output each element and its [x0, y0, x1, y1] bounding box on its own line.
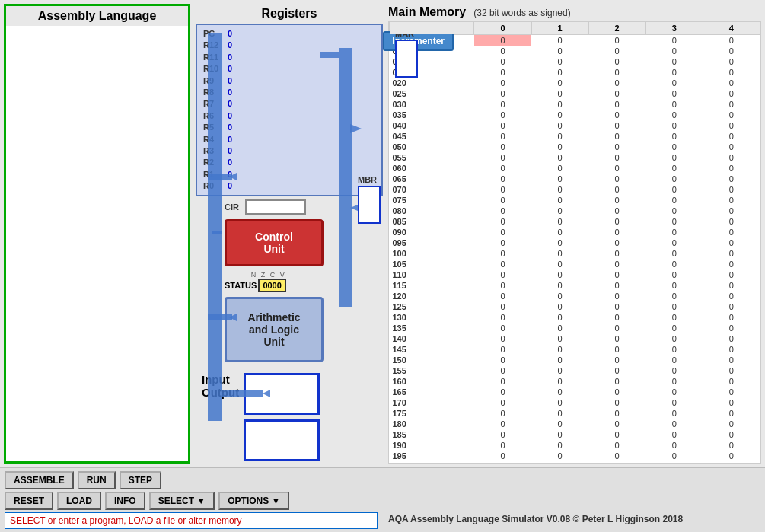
memory-cell-010-2[interactable]: 0 — [588, 56, 645, 67]
register-value-r7[interactable]: 0 — [228, 98, 250, 110]
memory-cell-195-3[interactable]: 0 — [645, 451, 703, 461]
memory-cell-110-4[interactable]: 0 — [703, 269, 760, 280]
memory-cell-055-2[interactable]: 0 — [588, 152, 645, 163]
memory-cell-070-0[interactable]: 0 — [474, 184, 531, 195]
register-value-r11[interactable]: 0 — [228, 52, 250, 63]
memory-cell-045-2[interactable]: 0 — [588, 131, 645, 142]
memory-cell-120-4[interactable]: 0 — [703, 291, 760, 301]
memory-cell-070-1[interactable]: 0 — [531, 184, 588, 195]
memory-cell-030-2[interactable]: 0 — [588, 99, 645, 110]
memory-cell-145-3[interactable]: 0 — [645, 344, 703, 355]
memory-cell-155-0[interactable]: 0 — [474, 365, 531, 376]
memory-cell-145-0[interactable]: 0 — [474, 344, 531, 355]
memory-cell-010-1[interactable]: 0 — [531, 56, 588, 67]
memory-cell-180-1[interactable]: 0 — [531, 419, 588, 429]
memory-cell-000-0[interactable]: 0 — [474, 35, 531, 46]
memory-cell-100-0[interactable]: 0 — [474, 248, 531, 259]
memory-cell-105-1[interactable]: 0 — [531, 259, 588, 269]
memory-cell-000-2[interactable]: 0 — [588, 35, 645, 46]
assemble-button[interactable]: ASSEMBLE — [5, 471, 74, 489]
memory-cell-035-3[interactable]: 0 — [645, 110, 703, 120]
memory-cell-055-4[interactable]: 0 — [703, 152, 760, 163]
memory-cell-070-3[interactable]: 0 — [645, 184, 703, 195]
memory-cell-125-0[interactable]: 0 — [474, 301, 531, 312]
memory-cell-060-3[interactable]: 0 — [645, 163, 703, 174]
memory-cell-010-0[interactable]: 0 — [474, 56, 531, 67]
memory-cell-120-2[interactable]: 0 — [588, 291, 645, 301]
memory-cell-060-0[interactable]: 0 — [474, 163, 531, 174]
memory-cell-185-0[interactable]: 0 — [474, 429, 531, 440]
memory-cell-025-0[interactable]: 0 — [474, 88, 531, 99]
memory-cell-050-2[interactable]: 0 — [588, 142, 645, 152]
memory-cell-005-3[interactable]: 0 — [645, 46, 703, 56]
memory-cell-085-4[interactable]: 0 — [703, 216, 760, 227]
memory-cell-110-2[interactable]: 0 — [588, 269, 645, 280]
memory-cell-165-3[interactable]: 0 — [645, 387, 703, 397]
memory-cell-145-1[interactable]: 0 — [531, 344, 588, 355]
memory-cell-105-3[interactable]: 0 — [645, 259, 703, 269]
memory-cell-165-2[interactable]: 0 — [588, 387, 645, 397]
memory-cell-160-4[interactable]: 0 — [703, 376, 760, 387]
memory-cell-050-1[interactable]: 0 — [531, 142, 588, 152]
memory-cell-115-2[interactable]: 0 — [588, 280, 645, 291]
memory-cell-180-2[interactable]: 0 — [588, 419, 645, 429]
memory-cell-080-4[interactable]: 0 — [703, 205, 760, 216]
memory-cell-170-0[interactable]: 0 — [474, 397, 531, 408]
memory-cell-150-1[interactable]: 0 — [531, 355, 588, 365]
memory-cell-110-3[interactable]: 0 — [645, 269, 703, 280]
register-value-r9[interactable]: 0 — [228, 75, 250, 87]
memory-cell-020-2[interactable]: 0 — [588, 78, 645, 88]
memory-cell-185-3[interactable]: 0 — [645, 429, 703, 440]
memory-cell-045-3[interactable]: 0 — [645, 131, 703, 142]
memory-table-container[interactable]: 0 1 2 3 4 000000000050000001000000015000… — [388, 21, 761, 464]
memory-cell-120-1[interactable]: 0 — [531, 291, 588, 301]
memory-cell-130-0[interactable]: 0 — [474, 312, 531, 323]
memory-cell-040-3[interactable]: 0 — [645, 120, 703, 131]
memory-cell-005-2[interactable]: 0 — [588, 46, 645, 56]
register-value-r10[interactable]: 0 — [228, 63, 250, 75]
memory-cell-120-0[interactable]: 0 — [474, 291, 531, 301]
memory-cell-180-4[interactable]: 0 — [703, 419, 760, 429]
memory-cell-155-3[interactable]: 0 — [645, 365, 703, 376]
memory-cell-085-3[interactable]: 0 — [645, 216, 703, 227]
register-value-r12[interactable]: 0 — [228, 40, 250, 51]
memory-cell-015-0[interactable]: 0 — [474, 67, 531, 78]
memory-cell-105-2[interactable]: 0 — [588, 259, 645, 269]
memory-cell-115-0[interactable]: 0 — [474, 280, 531, 291]
memory-cell-185-2[interactable]: 0 — [588, 429, 645, 440]
memory-cell-095-4[interactable]: 0 — [703, 237, 760, 248]
memory-cell-150-3[interactable]: 0 — [645, 355, 703, 365]
memory-cell-035-0[interactable]: 0 — [474, 110, 531, 120]
assembly-textarea[interactable] — [6, 26, 188, 461]
memory-cell-140-0[interactable]: 0 — [474, 333, 531, 344]
memory-cell-105-0[interactable]: 0 — [474, 259, 531, 269]
memory-cell-075-0[interactable]: 0 — [474, 195, 531, 205]
register-value-r6[interactable]: 0 — [228, 110, 250, 122]
memory-cell-130-3[interactable]: 0 — [645, 312, 703, 323]
info-button[interactable]: INFO — [105, 492, 145, 510]
memory-cell-010-4[interactable]: 0 — [703, 56, 760, 67]
memory-cell-140-3[interactable]: 0 — [645, 333, 703, 344]
memory-cell-135-0[interactable]: 0 — [474, 323, 531, 333]
memory-cell-180-0[interactable]: 0 — [474, 419, 531, 429]
memory-cell-185-1[interactable]: 0 — [531, 429, 588, 440]
memory-cell-065-0[interactable]: 0 — [474, 174, 531, 184]
memory-cell-075-4[interactable]: 0 — [703, 195, 760, 205]
memory-cell-030-4[interactable]: 0 — [703, 99, 760, 110]
memory-cell-125-1[interactable]: 0 — [531, 301, 588, 312]
memory-cell-150-2[interactable]: 0 — [588, 355, 645, 365]
memory-cell-030-3[interactable]: 0 — [645, 99, 703, 110]
register-value-r2[interactable]: 0 — [228, 157, 250, 168]
memory-cell-100-3[interactable]: 0 — [645, 248, 703, 259]
memory-cell-015-4[interactable]: 0 — [703, 67, 760, 78]
memory-cell-095-2[interactable]: 0 — [588, 237, 645, 248]
memory-cell-095-3[interactable]: 0 — [645, 237, 703, 248]
memory-cell-135-1[interactable]: 0 — [531, 323, 588, 333]
memory-cell-125-4[interactable]: 0 — [703, 301, 760, 312]
register-value-r8[interactable]: 0 — [228, 87, 250, 98]
memory-cell-180-3[interactable]: 0 — [645, 419, 703, 429]
memory-cell-090-4[interactable]: 0 — [703, 227, 760, 237]
memory-cell-055-0[interactable]: 0 — [474, 152, 531, 163]
memory-cell-020-3[interactable]: 0 — [645, 78, 703, 88]
memory-cell-025-2[interactable]: 0 — [588, 88, 645, 99]
